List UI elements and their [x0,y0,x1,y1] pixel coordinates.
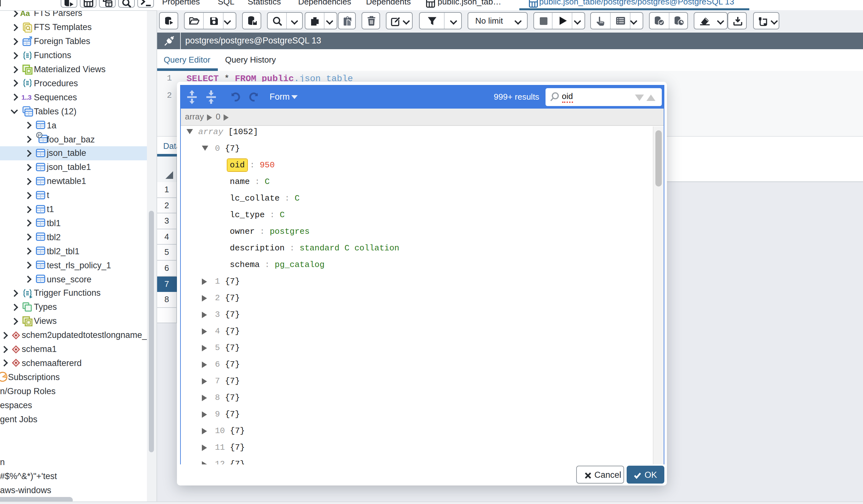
svg-text:P: P [37,133,40,138]
